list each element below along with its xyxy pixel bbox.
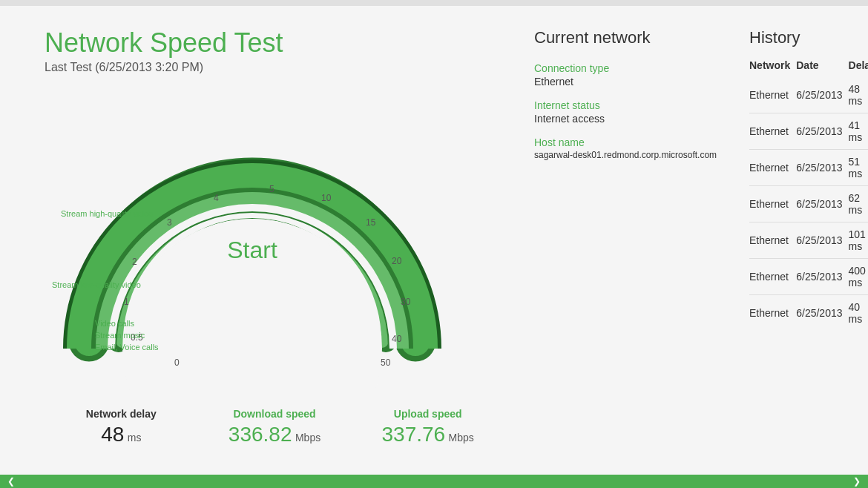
history-row-5[interactable]: Ethernet6/25/2013400 ms <box>749 259 868 295</box>
history-section: History Network Date Delay Ethernet6/25/… <box>742 28 868 460</box>
history-table-header: Network Date Delay <box>749 55 868 77</box>
internet-status-label: Internet status <box>534 99 727 111</box>
network-delay-number: 48 <box>101 423 124 446</box>
left-arrow[interactable]: ❮ <box>7 476 15 487</box>
download-speed-unit: Mbps <box>295 432 320 444</box>
tick-50: 50 <box>381 357 390 368</box>
history-cell-network-1: Ethernet <box>749 113 796 150</box>
upload-speed-value: 337.76 Mbps <box>382 423 474 446</box>
stats-bar: Network delay 48 ms Download speed 336.8… <box>45 400 504 446</box>
upload-speed-label: Upload speed <box>394 408 462 420</box>
history-row-6[interactable]: Ethernet6/25/201340 ms <box>749 295 868 332</box>
history-cell-delay-3: 62 ms <box>849 186 868 222</box>
tick-10: 10 <box>321 193 331 203</box>
host-name-value: sagarwal-desk01.redmond.corp.microsoft.c… <box>534 150 727 160</box>
history-cell-network-4: Ethernet <box>749 222 796 259</box>
activity-email: Email, Voice calls <box>95 343 159 352</box>
tick-3: 3 <box>167 217 172 228</box>
left-section: Network Speed Test Last Test (6/25/2013 … <box>45 28 504 460</box>
history-cell-date-3: 6/25/2013 <box>796 186 848 222</box>
tick-2: 2 <box>132 257 137 267</box>
history-cell-delay-4: 101 ms <box>849 222 868 259</box>
history-table: Network Date Delay Ethernet6/25/201348 m… <box>749 55 868 331</box>
download-speed-value: 336.82 Mbps <box>228 423 320 446</box>
right-arrow[interactable]: ❯ <box>853 476 861 487</box>
app-container: Network Speed Test Last Test (6/25/2013 … <box>0 0 868 488</box>
upload-speed-unit: Mbps <box>449 432 474 444</box>
stat-network-delay: Network delay 48 ms <box>45 408 198 446</box>
current-network-title: Current network <box>534 28 727 47</box>
history-row-2[interactable]: Ethernet6/25/201351 ms <box>749 150 868 186</box>
history-cell-date-1: 6/25/2013 <box>796 113 848 150</box>
tick-30: 30 <box>401 297 410 307</box>
tick-40: 40 <box>392 334 401 344</box>
bottom-bar: ❮ ❯ <box>0 475 868 488</box>
stat-download-speed: Download speed 336.82 Mbps <box>198 408 352 446</box>
history-row-3[interactable]: Ethernet6/25/201362 ms <box>749 186 868 222</box>
history-cell-network-6: Ethernet <box>749 295 796 332</box>
activity-stream-lq: Stream low-quality video <box>52 280 141 289</box>
history-cell-delay-2: 51 ms <box>849 150 868 186</box>
top-bar <box>0 0 868 6</box>
history-cell-network-0: Ethernet <box>749 77 796 113</box>
activity-stream-music: Stream music <box>95 331 145 340</box>
gauge-container: 0 0.5 1 2 3 4 5 10 15 20 30 40 50 Stream… <box>45 96 460 393</box>
activity-stream-hq: Stream high-quality video <box>61 209 153 218</box>
activity-video-calls: Video calls <box>95 319 134 328</box>
connection-type-value: Ethernet <box>534 76 727 88</box>
connection-type-field: Connection type Ethernet <box>534 62 727 88</box>
history-cell-network-3: Ethernet <box>749 186 796 222</box>
history-title: History <box>749 28 868 47</box>
network-delay-unit: ms <box>128 432 142 444</box>
network-delay-value: 48 ms <box>101 423 141 446</box>
history-cell-date-2: 6/25/2013 <box>796 150 848 186</box>
history-row-0[interactable]: Ethernet6/25/201348 ms <box>749 77 868 113</box>
download-speed-number: 336.82 <box>228 423 292 446</box>
tick-15: 15 <box>366 217 375 228</box>
tick-1: 1 <box>124 297 129 307</box>
history-cell-delay-6: 40 ms <box>849 295 868 332</box>
network-delay-label: Network delay <box>86 408 157 420</box>
history-cell-delay-5: 400 ms <box>849 259 868 295</box>
stat-upload-speed: Upload speed 337.76 Mbps <box>351 408 504 446</box>
tick-20: 20 <box>392 256 401 266</box>
last-test-label: Last Test (6/25/2013 3:20 PM) <box>45 61 504 74</box>
history-cell-date-4: 6/25/2013 <box>796 222 848 259</box>
download-speed-label: Download speed <box>233 408 315 420</box>
col-network: Network <box>749 55 796 77</box>
internet-status-value: Internet access <box>534 113 727 125</box>
col-date: Date <box>796 55 848 77</box>
host-name-label: Host name <box>534 136 727 148</box>
history-cell-date-0: 6/25/2013 <box>796 77 848 113</box>
current-network-section: Current network Connection type Ethernet… <box>519 28 727 460</box>
history-row-1[interactable]: Ethernet6/25/201341 ms <box>749 113 868 150</box>
upload-speed-number: 337.76 <box>382 423 446 446</box>
content-area: Network Speed Test Last Test (6/25/2013 … <box>0 6 868 475</box>
start-button[interactable]: Start <box>227 236 277 263</box>
history-cell-date-5: 6/25/2013 <box>796 259 848 295</box>
tick-4: 4 <box>214 193 219 203</box>
tick-5: 5 <box>269 184 274 194</box>
internet-status-field: Internet status Internet access <box>534 99 727 125</box>
host-name-field: Host name sagarwal-desk01.redmond.corp.m… <box>534 136 727 160</box>
app-title: Network Speed Test <box>45 28 504 58</box>
history-cell-delay-1: 41 ms <box>849 113 868 150</box>
history-cell-network-2: Ethernet <box>749 150 796 186</box>
history-cell-date-6: 6/25/2013 <box>796 295 848 332</box>
connection-type-label: Connection type <box>534 62 727 74</box>
tick-0: 0 <box>174 357 180 368</box>
history-row-4[interactable]: Ethernet6/25/2013101 ms <box>749 222 868 259</box>
history-cell-network-5: Ethernet <box>749 259 796 295</box>
history-cell-delay-0: 48 ms <box>849 77 868 113</box>
col-delay: Delay <box>849 55 868 77</box>
